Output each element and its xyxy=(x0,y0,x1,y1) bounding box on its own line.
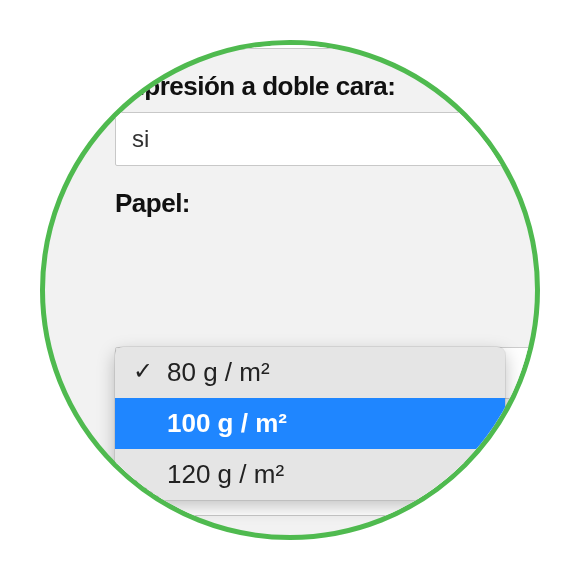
paper-option-label: 120 g / m² xyxy=(167,459,284,489)
paper-label: Papel: xyxy=(115,188,540,219)
checkmark-icon: ✓ xyxy=(133,357,153,385)
paper-option-120[interactable]: 120 g / m² xyxy=(115,449,505,500)
submit-button[interactable]: CONVERTIR xyxy=(115,538,540,540)
paper-option-label: 80 g / m² xyxy=(167,357,270,387)
cut-off-input[interactable] xyxy=(165,40,355,49)
paper-option-label: 100 g / m² xyxy=(167,408,287,438)
paper-dropdown: ✓ 80 g / m² 100 g / m² 120 g / m² xyxy=(115,347,505,500)
circular-viewport: Impresión a doble cara: si Papel: No vin… xyxy=(40,40,540,540)
form-area: Impresión a doble cara: si Papel: No vin… xyxy=(115,40,540,540)
double-sided-input[interactable]: si xyxy=(115,112,540,166)
paper-option-80[interactable]: ✓ 80 g / m² xyxy=(115,347,505,398)
double-sided-label: Impresión a doble cara: xyxy=(115,71,540,102)
paper-option-100[interactable]: 100 g / m² xyxy=(115,398,505,449)
paper-select-wrap: No vinculante ✓ 80 g / m² 100 g / m² 120… xyxy=(115,347,540,399)
